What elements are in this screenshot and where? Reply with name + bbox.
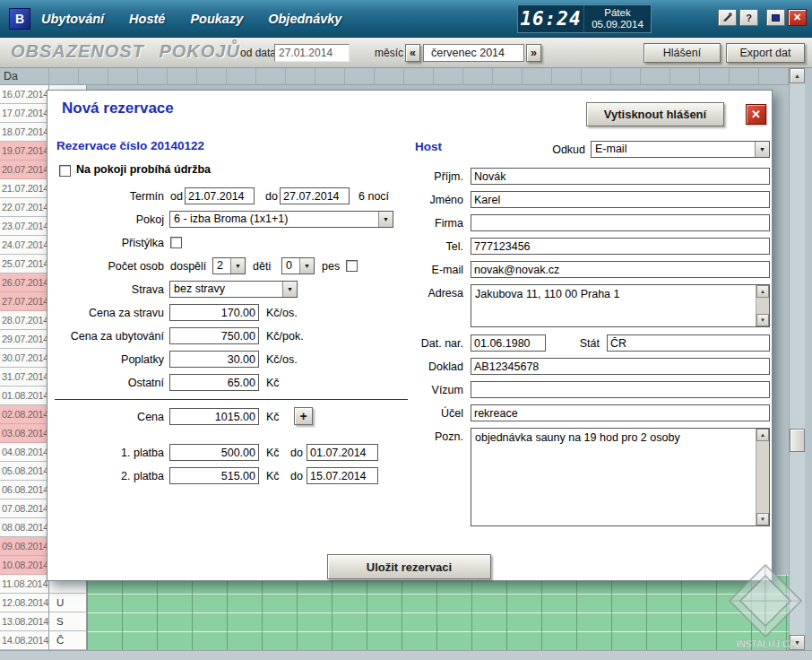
platba1-input[interactable] — [169, 444, 259, 461]
from-date-input[interactable] — [274, 44, 350, 62]
help-button[interactable]: ? — [739, 9, 758, 26]
date-cell[interactable]: 29.07.2014 — [0, 330, 49, 349]
scroll-down-icon[interactable]: ▼ — [756, 513, 769, 525]
poplatky-input[interactable] — [169, 351, 259, 368]
date-cell[interactable]: 23.07.2014 — [0, 217, 49, 236]
jmeno-input[interactable] — [471, 191, 770, 208]
date-cell[interactable]: 06.08.2014 — [0, 481, 49, 499]
report-button[interactable]: Hlášení — [644, 43, 721, 63]
date-cell[interactable]: 18.07.2014 — [0, 123, 49, 142]
firma-input[interactable] — [471, 214, 770, 231]
menu-objednavky[interactable]: Objednávky — [268, 12, 341, 26]
next-month-button[interactable]: » — [526, 44, 541, 62]
date-row[interactable]: 12.08.2014U — [0, 594, 87, 612]
date-cell[interactable]: 17.07.2014 — [0, 104, 49, 123]
tools-button[interactable] — [718, 9, 737, 26]
adresa-textarea[interactable]: Jakubova 11, 110 00 Praha 1 ▲ ▼ — [471, 284, 770, 327]
date-cell[interactable]: 09.08.2014 — [0, 537, 49, 556]
date-cell[interactable]: 22.07.2014 — [0, 198, 49, 217]
odkud-select[interactable]: E-mail ▼ — [591, 141, 770, 158]
date-cell[interactable]: 20.07.2014 — [0, 161, 49, 179]
cena-strava-input[interactable] — [169, 304, 259, 321]
datnar-input[interactable] — [471, 334, 546, 352]
menu-ubytovani[interactable]: Ubytování — [41, 12, 104, 26]
add-payment-button[interactable]: + — [294, 407, 313, 425]
date-cell[interactable]: 19.07.2014 — [0, 142, 49, 161]
maintenance-checkbox[interactable] — [59, 165, 71, 177]
date-cell[interactable]: 14.08.2014 — [0, 631, 49, 650]
date-cell[interactable]: 27.07.2014 — [0, 292, 49, 311]
date-cell[interactable]: 05.08.2014 — [0, 462, 49, 481]
date-cell[interactable]: 21.07.2014 — [0, 179, 49, 198]
date-cell[interactable]: 28.07.2014 — [0, 311, 49, 330]
pozn-scrollbar[interactable]: ▲ ▼ — [756, 429, 769, 525]
platba1-do-input[interactable] — [307, 444, 378, 461]
cena-ubytovani-input[interactable] — [169, 327, 259, 344]
close-dialog-button[interactable]: ✕ — [746, 104, 766, 125]
vertical-scrollbar[interactable]: ▲ ▼ — [789, 68, 805, 650]
platba2-do-input[interactable] — [307, 467, 378, 484]
ostatni-input[interactable] — [169, 374, 259, 391]
save-reservation-button[interactable]: Uložit rezervaci — [327, 554, 491, 579]
date-cell[interactable]: 12.08.2014 — [0, 594, 49, 612]
ucel-input[interactable] — [471, 404, 770, 421]
email-input[interactable] — [471, 261, 770, 278]
stat-input[interactable] — [607, 334, 770, 352]
date-cell[interactable]: 31.07.2014 — [0, 368, 49, 386]
close-window-button[interactable]: ✕ — [788, 9, 807, 26]
cena-input[interactable] — [169, 408, 259, 425]
chevron-down-icon[interactable]: ▼ — [299, 258, 314, 274]
chevron-down-icon[interactable]: ▼ — [230, 258, 245, 274]
occupancy-grid[interactable] — [87, 575, 789, 650]
date-cell[interactable]: 03.08.2014 — [0, 424, 49, 443]
date-row[interactable]: 13.08.2014S — [0, 612, 87, 631]
scroll-up-icon[interactable]: ▲ — [756, 429, 769, 441]
date-cell[interactable]: 02.08.2014 — [0, 405, 49, 424]
date-cell[interactable]: 16.07.2014 — [0, 85, 49, 104]
date-cell[interactable]: 04.08.2014 — [0, 443, 49, 462]
maximize-button[interactable] — [766, 9, 785, 26]
app-logo[interactable]: B — [9, 8, 30, 30]
chevron-down-icon[interactable]: ▼ — [755, 142, 769, 157]
date-cell[interactable]: 13.08.2014 — [0, 612, 49, 631]
meal-select[interactable]: bez stravy ▼ — [169, 281, 298, 298]
menu-hoste[interactable]: Hosté — [129, 12, 165, 26]
vizum-input[interactable] — [471, 381, 770, 398]
date-cell[interactable]: 30.07.2014 — [0, 349, 49, 368]
export-button[interactable]: Export dat — [726, 43, 805, 63]
chevron-down-icon[interactable]: ▼ — [282, 282, 297, 297]
pristylka-checkbox[interactable] — [170, 237, 182, 248]
prijm-input[interactable] — [471, 168, 770, 185]
print-report-button[interactable]: Vytisknout hlášení — [586, 102, 724, 126]
date-cell[interactable]: 07.08.2014 — [0, 499, 49, 518]
adults-select[interactable]: 2 ▼ — [212, 257, 246, 274]
doklad-input[interactable] — [471, 358, 770, 375]
adresa-scrollbar[interactable]: ▲ ▼ — [756, 285, 769, 326]
clock-date: 05.09.2014 — [592, 19, 644, 31]
date-cell[interactable]: 25.07.2014 — [0, 255, 49, 274]
scroll-thumb[interactable] — [790, 429, 805, 452]
date-cell[interactable]: 01.08.2014 — [0, 386, 49, 405]
date-cell[interactable]: 26.07.2014 — [0, 274, 49, 292]
dospeli-label: dospělí — [170, 258, 206, 275]
prev-month-button[interactable]: « — [405, 44, 420, 62]
date-cell[interactable]: 24.07.2014 — [0, 236, 49, 255]
scroll-up-button[interactable]: ▲ — [790, 68, 805, 83]
room-select[interactable]: 6 - izba Broma (1x1+1) ▼ — [169, 211, 393, 228]
date-row[interactable]: 14.08.2014Č — [0, 631, 87, 650]
pozn-textarea[interactable]: objednávka sauny na 19 hod pro 2 osoby ▲… — [471, 428, 770, 526]
date-cell[interactable]: 10.08.2014 — [0, 556, 49, 575]
tel-input[interactable] — [471, 238, 770, 255]
children-select[interactable]: 0 ▼ — [281, 257, 315, 274]
date-cell[interactable]: 11.08.2014 — [0, 575, 49, 594]
date-cell[interactable]: 08.08.2014 — [0, 518, 49, 537]
platba2-input[interactable] — [169, 467, 259, 484]
pes-checkbox[interactable] — [346, 260, 358, 272]
scroll-up-icon[interactable]: ▲ — [756, 285, 769, 298]
termin-od-input[interactable] — [185, 187, 255, 204]
menu-poukazy[interactable]: Poukazy — [190, 12, 243, 26]
month-display[interactable]: červenec 2014 — [423, 44, 524, 62]
termin-do-input[interactable] — [280, 187, 350, 204]
scroll-down-button[interactable]: ▼ — [790, 635, 805, 650]
scroll-down-icon[interactable]: ▼ — [756, 314, 769, 326]
